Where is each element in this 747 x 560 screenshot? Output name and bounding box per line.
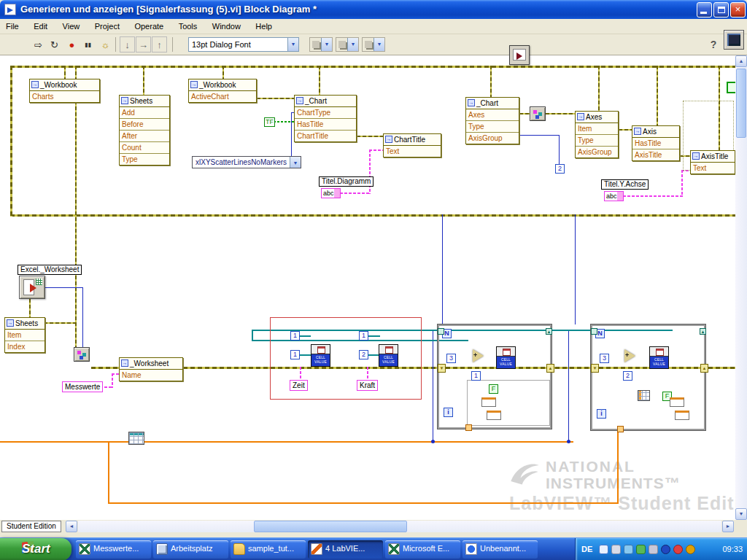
scroll-down-button[interactable]: ▼ [735,508,747,520]
title-bar[interactable]: Generieren und anzeigen [Signalerfassung… [0,0,747,19]
string-constant-zeit[interactable]: Zeit [290,380,308,391]
array-icon[interactable] [638,390,650,401]
tray-icon-display[interactable] [649,545,658,554]
run-continuous-button[interactable]: ↻ [47,36,62,52]
enum-constant-charttype[interactable]: xlXYScatterLinesNoMarkers ▼ [192,156,301,168]
numeric-constant[interactable]: 1 [290,350,300,359]
property-row[interactable]: ActiveChart [189,91,256,102]
cell-value-subvi[interactable]: CELL VALUE [649,346,669,369]
run-button[interactable]: ⇨ [31,36,46,52]
property-row[interactable]: After [120,130,169,141]
property-row[interactable]: ChartType [295,107,356,118]
tray-icon-security[interactable] [636,545,646,554]
cell-value-subvi[interactable]: CELL VALUE [311,344,330,367]
taskbar-item-labview-group[interactable]: 4 LabVIE... [308,540,383,559]
numeric-constant[interactable]: 3 [600,354,609,363]
taskbar-item-sample-tut[interactable]: sample_tut... [231,540,306,559]
property-row[interactable]: Before [120,118,169,130]
taskbar-item-unbenannt[interactable]: Unbenannt... [462,540,538,559]
property-row[interactable]: Item [576,123,618,134]
property-node-charttitle[interactable]: →ChartTitle Text [383,133,441,158]
property-node-axistitle[interactable]: →AxisTitle Text [690,150,735,174]
chevron-down-icon[interactable]: ▼ [321,38,332,51]
property-row[interactable]: Add [120,107,169,118]
vi-icon[interactable] [724,30,744,50]
variant-conversion-icon[interactable] [74,347,90,362]
shift-register-right[interactable]: ▲ [546,364,554,373]
menu-window[interactable]: Window [206,20,247,33]
tray-icon-messenger[interactable] [673,545,683,554]
distribute-objects-dropdown[interactable]: ▼ [336,37,359,52]
taskbar-item-microsoft-excel[interactable]: Microsoft E... [385,540,460,559]
property-row[interactable]: HasTitle [632,138,679,149]
chevron-down-icon[interactable]: ▼ [347,38,358,51]
loop-iteration-terminal[interactable]: i [444,408,453,417]
context-help-button[interactable]: ? [706,37,721,53]
tray-icon-clock-app[interactable] [686,545,695,554]
block-diagram-canvas[interactable]: NATIONAL INSTRUMENTS™ LabVIEW™ Student E… [0,55,735,520]
property-row[interactable]: Text [691,163,735,174]
reorder-dropdown[interactable]: ▼ [362,37,385,52]
numeric-constant[interactable]: 2 [623,371,632,381]
abort-button[interactable]: ● [64,36,80,52]
minimize-button[interactable] [697,2,712,18]
chevron-down-icon[interactable]: ▼ [374,38,384,51]
variant-conversion-icon[interactable] [530,106,546,121]
property-row[interactable]: Type [120,153,169,165]
numeric-indicator-icon[interactable] [675,411,689,420]
maximize-button[interactable] [713,2,729,18]
step-into-button[interactable]: ↓ [120,36,135,52]
tray-icon-bluetooth[interactable] [661,545,670,554]
taskbar-item-arbeitsplatz[interactable]: Arbeitsplatz [153,540,228,559]
scroll-left-button[interactable]: ◄ [66,521,77,532]
property-row[interactable]: HasTitle [295,118,356,130]
add-function[interactable]: + [624,349,635,362]
scroll-up-button[interactable]: ▲ [735,55,747,67]
menu-project[interactable]: Project [89,20,125,33]
boolean-constant-tf[interactable]: TF [264,117,275,127]
property-row[interactable]: AxisGroup [466,132,519,144]
align-objects-dropdown[interactable]: ▼ [309,37,333,52]
property-row[interactable]: Type [576,134,618,146]
chevron-down-icon[interactable]: ▼ [290,157,301,168]
menu-operate[interactable]: Operate [128,20,169,33]
close-button[interactable]: × [730,2,746,18]
numeric-constant[interactable]: 1 [359,331,368,341]
menu-view[interactable]: View [57,20,86,33]
add-function[interactable]: + [473,349,484,362]
numeric-constant[interactable]: 2 [359,350,368,359]
property-row[interactable]: Type [466,120,519,132]
property-row[interactable]: Item [5,330,44,341]
menu-help[interactable]: Help [249,20,278,33]
table-constant-icon[interactable] [128,432,144,445]
step-out-button[interactable]: ↑ [152,36,167,52]
step-over-button[interactable]: → [136,36,151,52]
numeric-indicator-icon[interactable] [670,397,684,407]
vertical-scrollbar[interactable]: ▲ ▼ [735,55,747,520]
property-row[interactable]: Axes [466,109,519,120]
menu-file[interactable]: File [0,20,25,33]
tray-icon-volume[interactable] [611,545,621,554]
numeric-indicator-icon[interactable] [487,411,501,420]
numeric-constant[interactable]: 1 [471,371,481,381]
string-constant-kraft[interactable]: Kraft [357,380,378,391]
string-constant-abc[interactable]: abc [321,188,341,198]
property-node-axes[interactable]: →Axes Item Type AxisGroup [575,111,619,158]
property-node-worksheet-name[interactable]: →_Worksheet Name [119,357,183,381]
menu-tools[interactable]: Tools [173,20,204,33]
property-row[interactable]: Index [5,341,44,352]
clock[interactable]: 09:33 [722,545,743,553]
numeric-indicator-icon[interactable] [481,397,496,407]
numeric-constant[interactable]: 1 [290,331,300,341]
start-button[interactable]: Start [0,538,71,560]
boolean-constant[interactable]: F [489,384,498,394]
highlight-execution-button[interactable]: ☼ [98,36,113,52]
cell-value-subvi[interactable]: CELL VALUE [379,344,398,367]
property-node-workbook-activechart[interactable]: →_Workbook ActiveChart [188,79,257,103]
vscroll-thumb[interactable] [736,69,746,138]
loop-iteration-terminal[interactable]: i [597,409,606,419]
property-node-chart-axes[interactable]: →_Chart Axes Type AxisGroup [465,97,519,144]
scroll-right-button[interactable]: ► [722,521,734,532]
property-node-axis[interactable]: →Axis HasTitle AxisTitle [632,125,680,161]
font-selector[interactable]: 13pt Dialog Font ▼ [188,37,299,52]
